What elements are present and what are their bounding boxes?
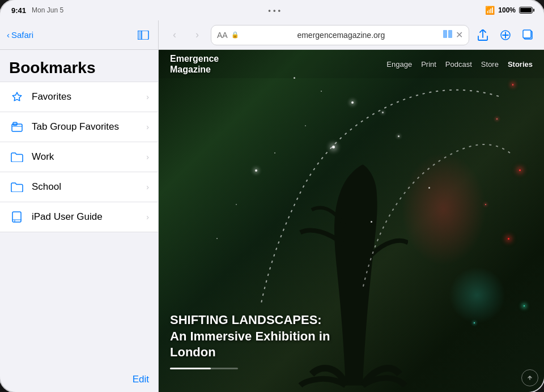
scroll-progress-fill [170,368,211,369]
chevron-right-icon-3: › [146,152,149,161]
sidebar-icon [138,31,149,40]
svg-rect-0 [138,31,142,40]
sidebar-footer: Edit [0,367,158,392]
article-overlay: SHIFTING LANDSCAPES: An Immersive Exhibi… [170,312,533,369]
bookmark-list: Favorites › Tab Group Favorites › [0,82,158,367]
bookmark-item-school[interactable]: School › [0,172,158,202]
chevron-right-icon-5: › [146,212,149,221]
work-label: Work [32,151,146,163]
address-bar[interactable]: AA 🔒 emergencemagazine.org ✕ [211,25,469,45]
browser-area: ‹ › AA 🔒 emergencemagazine.org ✕ [159,20,544,392]
back-label: Safari [11,30,33,40]
battery-icon [519,7,533,14]
status-bar: 9:41 Mon Jun 5 ••• 📶 100% [0,0,544,20]
status-bar-center: ••• [268,6,280,15]
website-nav: Emergence Magazine Engage Print Podcast … [159,50,544,78]
article-title-line1: SHIFTING LANDSCAPES: [170,313,322,327]
date: Mon Jun 5 [32,6,63,14]
main-area: ‹ Safari Bookmarks [0,20,544,392]
svg-rect-6 [448,30,452,38]
lock-icon: 🔒 [231,31,239,39]
browser-toolbar: ‹ › AA 🔒 emergencemagazine.org ✕ [159,20,544,50]
folder-icon-school [9,179,25,195]
url-display: emergencemagazine.org [243,31,440,40]
nav-stories[interactable]: Stories [508,60,533,69]
bookmarks-header: Bookmarks [0,50,158,82]
time: 9:41 [11,6,26,15]
status-bar-left: 9:41 Mon Jun 5 [11,6,63,15]
nav-store[interactable]: Store [481,60,499,69]
clear-url-button[interactable]: ✕ [456,29,463,40]
tab-group-favorites-label: Tab Group Favorites [32,121,146,133]
forward-button[interactable]: › [188,26,206,44]
article-title-line3: London [170,345,216,359]
logo-line1: Emergence [170,54,219,63]
sidebar-nav-bar: ‹ Safari [0,20,158,50]
folder-icon-work [9,149,25,165]
wifi-icon: 📶 [485,6,495,15]
chevron-right-icon-2: › [146,122,149,131]
status-bar-right: 📶 100% [485,6,533,15]
nav-engage[interactable]: Engage [386,60,412,69]
svg-rect-11 [523,30,531,38]
web-content: Emergence Magazine Engage Print Podcast … [159,50,544,392]
back-to-safari-button[interactable]: ‹ Safari [7,30,33,40]
nav-print[interactable]: Print [421,60,436,69]
svg-rect-5 [443,30,447,38]
article-title-line2: An Immersive Exhibition in [170,329,330,343]
favorites-label: Favorites [32,91,146,103]
school-label: School [32,181,146,193]
bookmark-item-work[interactable]: Work › [0,142,158,172]
reader-mode-aa[interactable]: AA [217,31,228,40]
bookmark-item-tab-group-favorites[interactable]: Tab Group Favorites › [0,112,158,142]
ipad-frame: 9:41 Mon Jun 5 ••• 📶 100% ‹ Safari [0,0,544,392]
chevron-left-icon: ‹ [7,30,10,40]
chevron-right-icon: › [146,92,149,101]
bookmark-item-ipad-user-guide[interactable]: iPad User Guide › [0,202,158,232]
logo-line2: Magazine [170,65,211,74]
tabs-button[interactable] [519,26,537,44]
sidebar: ‹ Safari Bookmarks [0,20,159,392]
article-title: SHIFTING LANDSCAPES: An Immersive Exhibi… [170,312,533,361]
edit-button[interactable]: Edit [133,374,149,385]
battery-percent: 100% [498,6,516,14]
bookmarks-title: Bookmarks [9,59,149,77]
scroll-to-top-button[interactable] [521,369,538,386]
site-logo: Emergence Magazine [170,53,219,75]
site-nav-links: Engage Print Podcast Store Stories [386,60,533,69]
book-icon [9,209,25,225]
share-button[interactable] [474,26,492,44]
star-icon [9,89,25,105]
sidebar-toggle-button[interactable] [135,27,151,43]
bookmark-item-favorites[interactable]: Favorites › [0,82,158,112]
add-button[interactable] [496,26,515,44]
tab-group-icon [9,119,25,135]
back-button[interactable]: ‹ [165,26,184,44]
chevron-right-icon-4: › [146,182,149,191]
scroll-progress-bar [170,368,238,369]
ipad-user-guide-label: iPad User Guide [32,211,146,223]
nav-podcast[interactable]: Podcast [445,60,472,69]
reader-view-icon[interactable] [443,30,452,40]
